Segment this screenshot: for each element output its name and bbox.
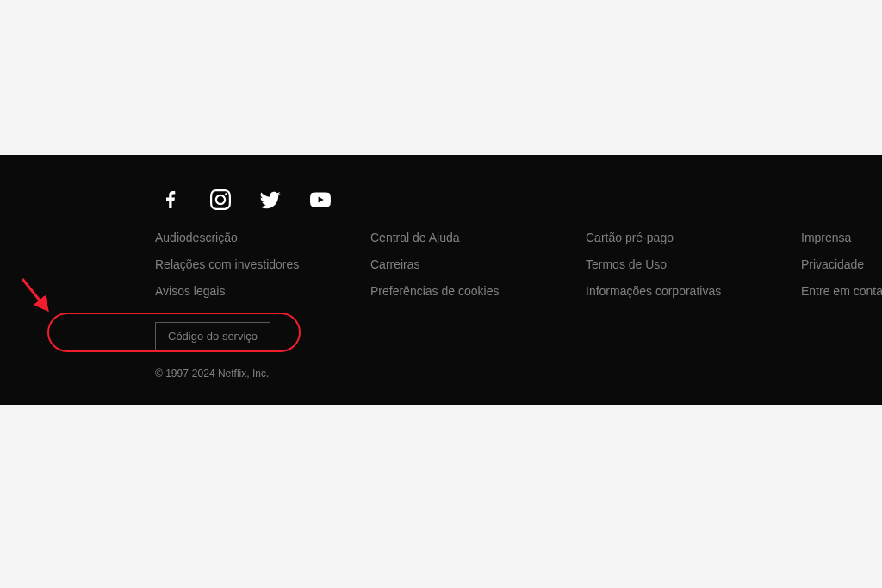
facebook-icon bbox=[160, 189, 181, 210]
youtube-link[interactable] bbox=[310, 189, 331, 210]
footer-link-informacoes-corporativas[interactable]: Informações corporativas bbox=[586, 284, 801, 298]
footer-link-privacidade[interactable]: Privacidade bbox=[801, 257, 882, 271]
social-icons bbox=[160, 189, 837, 210]
footer-link-central-ajuda[interactable]: Central de Ajuda bbox=[370, 231, 586, 244]
footer-link-cartao-prepago[interactable]: Cartão pré-pago bbox=[586, 231, 801, 244]
twitter-icon bbox=[260, 189, 281, 210]
footer-link-avisos-legais[interactable]: Avisos legais bbox=[155, 284, 370, 298]
footer-link-carreiras[interactable]: Carreiras bbox=[370, 257, 586, 271]
footer-inner: Audiodescrição Central de Ajuda Cartão p… bbox=[45, 189, 837, 380]
footer: Audiodescrição Central de Ajuda Cartão p… bbox=[0, 155, 882, 405]
footer-link-audiodescricao[interactable]: Audiodescrição bbox=[155, 231, 370, 244]
instagram-link[interactable] bbox=[210, 189, 231, 210]
footer-link-imprensa[interactable]: Imprensa bbox=[801, 231, 882, 244]
footer-link-relacoes-investidores[interactable]: Relações com investidores bbox=[155, 257, 370, 271]
instagram-icon bbox=[210, 189, 231, 210]
copyright-text: © 1997-2024 Netflix, Inc. bbox=[155, 368, 837, 380]
footer-link-entre-contato[interactable]: Entre em contato bbox=[801, 284, 882, 298]
youtube-icon bbox=[310, 189, 331, 210]
facebook-link[interactable] bbox=[160, 189, 181, 210]
svg-point-0 bbox=[225, 193, 227, 195]
service-code-button[interactable]: Código do serviço bbox=[155, 322, 270, 350]
footer-links-grid: Audiodescrição Central de Ajuda Cartão p… bbox=[155, 231, 837, 298]
footer-link-preferencias-cookies[interactable]: Preferências de cookies bbox=[370, 284, 586, 298]
twitter-link[interactable] bbox=[260, 189, 281, 210]
footer-link-termos-uso[interactable]: Termos de Uso bbox=[586, 257, 801, 271]
